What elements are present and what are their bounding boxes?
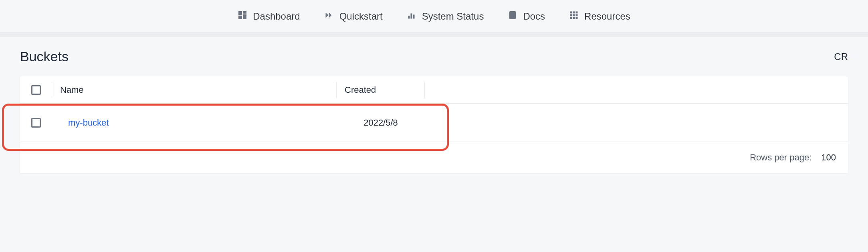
top-navigation: Dashboard Quickstart System Status [0,0,868,33]
row-checkbox-cell [20,118,52,128]
nav-system-status[interactable]: System Status [407,10,484,22]
svg-rect-2 [239,16,242,19]
nav-quickstart[interactable]: Quickstart [324,10,383,22]
row-created-cell: 2022/5/8 [337,118,425,128]
table-header: Name Created [20,76,848,104]
svg-rect-14 [570,17,572,19]
dashboard-icon [238,10,247,22]
svg-rect-16 [576,17,577,19]
divider [0,33,868,37]
svg-rect-11 [570,14,572,16]
docs-icon [508,10,517,22]
svg-rect-12 [573,14,575,16]
row-checkbox[interactable] [31,118,41,128]
svg-rect-0 [239,12,242,14]
header-created[interactable]: Created [337,82,425,98]
svg-rect-1 [243,12,246,13]
nav-resources[interactable]: Resources [569,10,630,22]
svg-rect-4 [408,16,410,18]
system-status-icon [407,10,416,22]
svg-rect-5 [411,14,412,18]
quickstart-icon [324,10,334,22]
nav-resources-label: Resources [584,11,630,22]
bucket-link[interactable]: my-bucket [68,118,109,128]
svg-rect-9 [573,12,575,13]
page-title: Buckets [20,49,69,64]
pagination: Rows per page: 100 [20,142,848,173]
svg-rect-6 [413,15,414,18]
header-checkbox-cell [20,82,52,98]
nav-docs[interactable]: Docs [508,10,545,22]
resources-icon [569,10,579,22]
header-name[interactable]: Name [52,82,337,98]
nav-system-status-label: System Status [422,11,484,22]
svg-rect-10 [576,12,577,13]
svg-rect-13 [576,14,577,16]
nav-dashboard-label: Dashboard [253,11,300,22]
select-all-checkbox[interactable] [31,85,41,95]
create-button[interactable]: CR [834,51,848,62]
svg-rect-15 [573,17,575,19]
rows-per-page-value[interactable]: 100 [821,152,836,163]
buckets-table: Name Created my-bucket 2022/5/8 Rows per… [20,76,848,173]
page-header: Buckets CR [0,37,868,76]
rows-per-page-label: Rows per page: [750,152,811,163]
nav-dashboard[interactable]: Dashboard [238,10,300,22]
row-name-cell: my-bucket [52,118,337,128]
svg-rect-8 [570,12,572,13]
svg-rect-3 [243,15,246,19]
nav-docs-label: Docs [523,11,545,22]
nav-quickstart-label: Quickstart [339,11,383,22]
table-row: my-bucket 2022/5/8 [20,104,848,142]
